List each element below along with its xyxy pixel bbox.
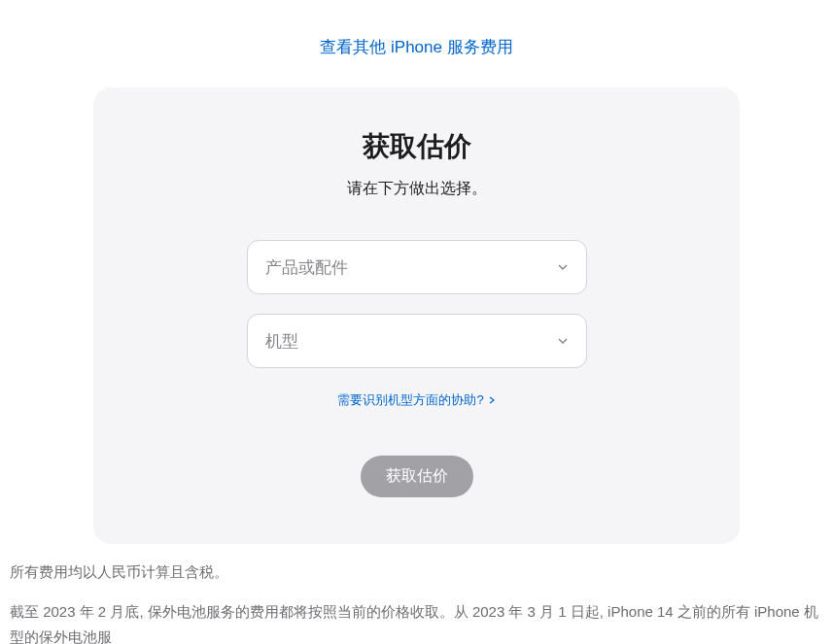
- footer: 所有费用均以人民币计算且含税。 截至 2023 年 2 月底, 保外电池服务的费…: [0, 544, 833, 644]
- chevron-right-icon: [488, 396, 496, 404]
- footer-text-part1: 截至 2023 年 2 月底, 保外电池服务的费用都将按照当前的价格收取。从 2…: [10, 603, 818, 644]
- top-link-container: 查看其他 iPhone 服务费用: [0, 0, 833, 87]
- footer-tax-note: 所有费用均以人民币计算且含税。: [10, 563, 823, 582]
- chevron-down-icon: [557, 261, 569, 273]
- select-model[interactable]: 机型: [247, 314, 587, 368]
- chevron-down-icon: [557, 335, 569, 347]
- get-estimate-button[interactable]: 获取估价: [361, 456, 473, 497]
- card-title: 获取估价: [132, 128, 701, 165]
- select-product[interactable]: 产品或配件: [247, 240, 587, 294]
- estimate-card: 获取估价 请在下方做出选择。 产品或配件 机型 需要识别机型方面的协助? 获取估…: [93, 87, 740, 544]
- help-link-label: 需要识别机型方面的协助?: [337, 391, 483, 409]
- footer-price-note: 截至 2023 年 2 月底, 保外电池服务的费用都将按照当前的价格收取。从 2…: [10, 599, 823, 644]
- other-services-link[interactable]: 查看其他 iPhone 服务费用: [320, 38, 512, 56]
- select-model-placeholder: 机型: [265, 330, 298, 353]
- select-product-placeholder: 产品或配件: [265, 256, 348, 279]
- help-identify-link[interactable]: 需要识别机型方面的协助?: [337, 391, 495, 409]
- select-model-wrapper: 机型: [247, 314, 587, 368]
- submit-row: 获取估价: [132, 456, 701, 497]
- select-product-wrapper: 产品或配件: [247, 240, 587, 294]
- card-subtitle: 请在下方做出选择。: [132, 179, 701, 199]
